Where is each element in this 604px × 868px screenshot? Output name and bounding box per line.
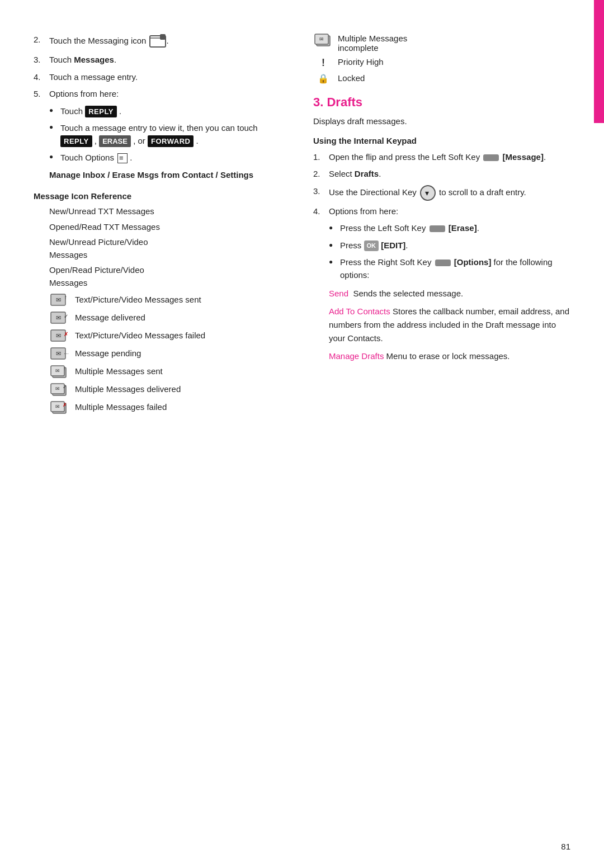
svg-text:✉: ✉: [56, 296, 61, 303]
msg-multi-failed-icon: ✉ ✗: [50, 401, 68, 416]
lock-icon: 🔒: [318, 73, 329, 84]
icon-row-priority: ! Priority High: [313, 57, 570, 69]
ok-btn: OK: [364, 240, 379, 251]
page-layout: 2. Touch the Messaging icon . 3. Touch M…: [34, 34, 570, 419]
list-item-4: 4. Touch a message entry.: [34, 71, 291, 84]
bullet-3: Touch Options .: [49, 152, 291, 164]
reply-btn-2: REPLY: [60, 135, 92, 148]
drafts-bold: Drafts: [355, 169, 379, 178]
list-item-2: 2. Touch the Messaging icon .: [34, 34, 291, 49]
msg-multi-sent-icon: ✉ ↑: [50, 365, 68, 380]
msg-sent-icon: ✉ ↑: [50, 294, 68, 308]
msg-pending-desc: Message pending: [75, 347, 141, 360]
no-icon-refs: New/Unread TXT Messages Opened/Read TXT …: [34, 205, 291, 289]
reply-btn: REPLY: [85, 106, 117, 118]
msg-pending-icon: ✉ …: [50, 347, 68, 362]
svg-text:✉: ✉: [56, 314, 61, 321]
icon-row-locked: 🔒 Locked: [313, 73, 570, 84]
soft-key-icon: [483, 154, 499, 161]
send-label: Send: [329, 289, 348, 298]
icon-row-failed: ✉ ✗ Text/Picture/Video Messages failed: [34, 329, 291, 344]
right-steps-list: 1. Open the flip and press the Left Soft…: [313, 151, 570, 218]
msg-failed-icon-box: ✉ ✗: [49, 329, 69, 344]
messages-bold: Messages: [74, 55, 114, 64]
svg-text:✉: ✉: [56, 350, 61, 357]
msg-multi-delivered-icon: ✉ ✓: [50, 383, 68, 398]
priority-icon-box: !: [313, 57, 333, 69]
svg-text:✉: ✉: [55, 404, 60, 409]
msg-failed-icon: ✉ ✗: [50, 329, 68, 344]
svg-text:…: …: [64, 350, 68, 355]
locked-icon-box: 🔒: [313, 73, 333, 84]
manage-drafts-label: Manage Drafts: [329, 351, 384, 361]
bullet-list: Touch REPLY . Touch a message entry to v…: [49, 105, 291, 164]
svg-text:✉: ✉: [319, 36, 324, 42]
add-to-contacts-label: Add To Contacts: [329, 306, 390, 316]
right-column: ✉ Multiple Messagesincomplete ! Priority…: [313, 34, 570, 419]
svg-text:✗: ✗: [64, 331, 68, 337]
svg-text:✉: ✉: [55, 386, 60, 391]
option-erase: Press the Left Soft Key [Erase].: [329, 222, 570, 235]
msg-multi-delivered-icon-box: ✉ ✓: [49, 383, 69, 398]
bullet-1: Touch REPLY .: [49, 105, 291, 118]
msg-pending-icon-box: ✉ …: [49, 347, 69, 362]
erase-btn: ERASE: [99, 135, 131, 148]
icon-ref-row-noicon-1: New/Unread TXT Messages: [49, 205, 291, 218]
manage-drafts-option: Manage Drafts Menu to erase or lock mess…: [329, 350, 570, 363]
drafts-desc: Displays draft messages.: [313, 115, 570, 128]
svg-text:✉: ✉: [55, 368, 60, 374]
add-to-contacts-option: Add To Contacts Stores the callback numb…: [329, 305, 570, 345]
drafts-heading: 3. Drafts: [313, 95, 570, 110]
msg-delivered-icon-box: ✉ ✓: [49, 312, 69, 326]
right-soft-key-icon: [435, 260, 451, 266]
msg-sent-icon-box: ✉ ↑: [49, 294, 69, 308]
priority-desc: Priority High: [338, 57, 384, 67]
send-option: Send Sends the selected message.: [329, 287, 570, 300]
pink-options: Send Sends the selected message. Add To …: [329, 287, 570, 363]
icon-row-multi-incomplete: ✉ Multiple Messagesincomplete: [313, 34, 570, 53]
manage-inbox-heading: Manage Inbox / Erase Msgs from Contact /…: [49, 169, 291, 182]
directional-key-icon: [420, 185, 436, 201]
list-item-5: 5. Options from here:: [34, 88, 291, 101]
icon-ref-list: ✉ ↑ Text/Picture/Video Messages sent ✉ ✓…: [34, 294, 291, 416]
msg-multi-sent-desc: Multiple Messages sent: [75, 365, 163, 378]
forward-btn: FORWARD: [148, 135, 194, 148]
msg-multi-incomplete-icon: ✉: [314, 34, 332, 48]
main-list: 2. Touch the Messaging icon . 3. Touch M…: [34, 34, 291, 101]
svg-text:↑: ↑: [64, 294, 67, 300]
msg-multi-sent-icon-box: ✉ ↑: [49, 365, 69, 380]
options-bullet-list: Press the Left Soft Key [Erase]. Press O…: [329, 222, 570, 281]
step-2: 2. Select Drafts.: [313, 168, 570, 181]
step-4: 4. Options from here:: [313, 205, 570, 218]
msg-multi-failed-icon-box: ✉ ✗: [49, 401, 69, 416]
bullet-2: Touch a message entry to view it, then y…: [49, 122, 291, 147]
left-soft-key-icon: [430, 225, 445, 232]
icon-ref-row-noicon-3: New/Unread Picture/VideoMessages: [49, 236, 291, 261]
pink-bar: [594, 0, 604, 123]
icon-row-multi-sent: ✉ ↑ Multiple Messages sent: [34, 365, 291, 380]
options-icon: [117, 153, 128, 163]
msg-delivered-icon: ✉ ✓: [50, 312, 68, 326]
svg-text:✉: ✉: [56, 332, 61, 339]
step-3: 3. Use the Directional Key to scroll to …: [313, 185, 570, 201]
icon-ref-row-noicon-2: Opened/Read TXT Messages: [49, 221, 291, 234]
msg-failed-desc: Text/Picture/Video Messages failed: [75, 329, 205, 342]
msg-multi-incomplete-desc: Multiple Messagesincomplete: [338, 34, 407, 53]
internal-keypad-heading: Using the Internal Keypad: [313, 136, 570, 145]
locked-desc: Locked: [338, 73, 365, 83]
list-item-3: 3. Touch Messages.: [34, 54, 291, 67]
icon-row-multi-delivered: ✉ ✓ Multiple Messages delivered: [34, 383, 291, 398]
svg-rect-2: [160, 34, 166, 40]
msg-sent-desc: Text/Picture/Video Messages sent: [75, 294, 201, 306]
svg-text:✗: ✗: [63, 402, 67, 408]
page-number: 81: [561, 842, 570, 851]
msg-delivered-desc: Message delivered: [75, 312, 145, 324]
svg-text:✓: ✓: [63, 384, 67, 390]
icon-row-multi-failed: ✉ ✗ Multiple Messages failed: [34, 401, 291, 416]
right-icon-refs: ✉ Multiple Messagesincomplete ! Priority…: [313, 34, 570, 84]
icon-ref-row-noicon-4: Open/Read Picture/VideoMessages: [49, 264, 291, 289]
msg-icon-ref-heading: Message Icon Reference: [34, 191, 291, 201]
icon-row-delivered: ✉ ✓ Message delivered: [34, 312, 291, 326]
option-edit: Press OK [EDIT].: [329, 239, 570, 252]
option-options: Press the Right Soft Key [Options] for t…: [329, 256, 570, 281]
